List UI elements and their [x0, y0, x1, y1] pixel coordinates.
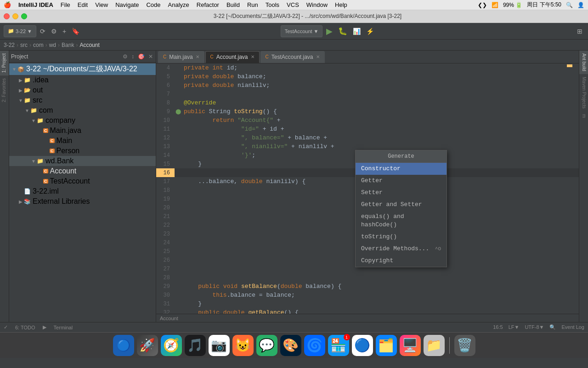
dock-files[interactable]: 📁 — [424, 335, 445, 356]
minimize-button[interactable] — [12, 13, 18, 19]
profile-button[interactable]: ⚡ — [364, 27, 376, 36]
tree-extlibs[interactable]: ▶ 📚 External Libraries — [9, 196, 156, 207]
code-line-4: 4 private int id; — [156, 63, 579, 72]
popup-item-override[interactable]: Override Methods... ^O — [356, 243, 447, 255]
project-tool-button[interactable]: 1: Project — [0, 51, 9, 75]
code-editor[interactable]: 4 private int id; 5 private double balan… — [156, 63, 579, 314]
menu-window[interactable]: Window — [306, 1, 328, 8]
dock-music[interactable]: 🎵 — [185, 335, 206, 356]
layout-icon[interactable]: ⊞ — [575, 27, 584, 36]
sync-icon[interactable]: ⟳ — [38, 27, 47, 36]
search-icon[interactable]: 🔍 — [566, 2, 573, 8]
menu-file[interactable]: File — [61, 1, 70, 8]
dock-finder2[interactable]: 🗂️ — [376, 335, 397, 356]
tab-testaccount-close[interactable]: ✕ — [316, 54, 320, 59]
breadcrumb-item-bank[interactable]: Bank — [62, 42, 74, 48]
gear-icon[interactable]: ⚙ — [122, 52, 129, 61]
dock-trash[interactable]: 🗑️ — [454, 335, 475, 356]
menu-edit[interactable]: Edit — [78, 1, 88, 8]
tab-main[interactable]: C Main.java ✕ — [158, 51, 204, 63]
menu-intellij[interactable]: IntelliJ IDEA — [18, 1, 53, 8]
user-icon[interactable]: 👤 — [577, 2, 584, 8]
popup-item-constructor[interactable]: Constructor — [356, 163, 447, 175]
add-config-icon[interactable]: + — [61, 27, 68, 36]
breadcrumb-item-src[interactable]: src — [20, 42, 28, 48]
popup-item-getter-setter[interactable]: Getter and Setter — [356, 199, 447, 211]
menu-build[interactable]: Build — [226, 1, 240, 8]
close-button[interactable] — [4, 13, 10, 19]
favorites-tool-button[interactable]: 2: Favorites — [0, 75, 9, 105]
tree-account[interactable]: ▶ C Account — [9, 166, 156, 176]
file-encoding[interactable]: UTF-8▼ — [525, 324, 544, 330]
dock-chrome[interactable]: 🔵 — [352, 335, 373, 356]
menu-help[interactable]: Help — [335, 1, 347, 8]
dock-photoshop[interactable]: 🎨 — [280, 335, 301, 356]
menu-navigate[interactable]: Navigate — [115, 1, 139, 8]
tab-account-close[interactable]: ✕ — [251, 54, 254, 59]
breadcrumb-item-account[interactable]: Account — [79, 42, 99, 48]
popup-item-getter[interactable]: Getter — [356, 175, 447, 187]
breadcrumb-item-wd[interactable]: wd — [49, 42, 56, 48]
tree-iml[interactable]: ▶ 📄 3-22.iml — [9, 186, 156, 196]
menu-tools[interactable]: Tools — [266, 1, 279, 8]
menu-refactor[interactable]: Refactor — [197, 1, 219, 8]
menu-vcs[interactable]: VCS — [287, 1, 299, 8]
breadcrumb-sep2: › — [29, 42, 31, 48]
apple-menu[interactable]: 🍎 — [4, 1, 11, 8]
menu-analyze[interactable]: Analyze — [168, 1, 189, 8]
tab-testaccount[interactable]: C TestAccount.java ✕ — [260, 51, 325, 63]
run-button[interactable]: ▶ — [324, 25, 334, 37]
statusbar-right: 16:5 LF▼ UTF-8▼ 🔍 Event Log — [493, 324, 584, 330]
dock-photos[interactable]: 📷 — [209, 335, 230, 356]
breadcrumb-item-root[interactable]: 3-22 — [4, 42, 15, 48]
run-config-selector[interactable]: TestAccount ▼ — [281, 25, 323, 37]
settings-icon[interactable]: ⚙ — [49, 27, 59, 36]
popup-item-copyright[interactable]: Copyright — [356, 255, 447, 267]
tab-main-close[interactable]: ✕ — [196, 54, 199, 59]
debug-button[interactable]: 🐛 — [336, 26, 349, 36]
dock-app2[interactable]: 🌀 — [304, 335, 325, 356]
breadcrumb-item-com[interactable]: com — [33, 42, 44, 48]
tree-idea[interactable]: ▶ 📁 .idea — [9, 75, 156, 85]
close-panel-icon[interactable]: ✕ — [147, 52, 154, 61]
menu-view[interactable]: View — [95, 1, 108, 8]
menu-code[interactable]: Code — [146, 1, 160, 8]
dock-wechat[interactable]: 💬 — [256, 335, 277, 356]
nav-arrows[interactable]: ❮❯ — [478, 2, 487, 8]
dock-app1[interactable]: 😺 — [232, 335, 254, 356]
dock-appstore[interactable]: 🏪 1 — [328, 335, 349, 356]
tree-wdbank[interactable]: ▼ 📁 wd.Bank — [9, 156, 156, 166]
dock-launchpad[interactable]: 🚀 — [137, 335, 158, 356]
project-selector[interactable]: 📁 3-22 ▼ — [4, 25, 36, 37]
event-log[interactable]: Event Log — [561, 324, 584, 330]
line-ending[interactable]: LF▼ — [509, 324, 520, 330]
popup-getter-setter-label: Getter and Setter — [361, 201, 422, 209]
tree-src[interactable]: ▼ 📁 src — [9, 95, 156, 105]
tree-out[interactable]: ▶ 📂 out — [9, 85, 156, 95]
dock-intellij[interactable]: 🖥️ — [400, 335, 421, 356]
dock-finder[interactable]: 🔵 — [113, 335, 134, 356]
statusbar-terminal[interactable]: Terminal — [54, 325, 73, 330]
menu-run[interactable]: Run — [247, 1, 258, 8]
bookmark-icon[interactable]: 🔖 — [70, 27, 81, 36]
locate-icon[interactable]: 🎯 — [137, 52, 146, 61]
popup-item-setter[interactable]: Setter — [356, 187, 447, 199]
tree-mainjava[interactable]: ▶ C Main.java — [9, 126, 156, 136]
coverage-button[interactable]: 📊 — [351, 27, 362, 36]
fullscreen-button[interactable] — [21, 13, 27, 19]
tree-com[interactable]: ▼ 📁 com — [9, 105, 156, 115]
tree-testaccount[interactable]: ▶ C TestAccount — [9, 176, 156, 186]
tree-main-class[interactable]: ▶ C Main — [9, 136, 156, 146]
expand-icon[interactable]: ↕ — [130, 52, 135, 61]
tree-root[interactable]: ▼ 📦 3-22 ~/Documents/二级JAVA/3-22 — [9, 63, 156, 75]
tree-person-class[interactable]: ▶ C Person — [9, 146, 156, 156]
maven-projects-button[interactable]: Maven Projects — [579, 74, 588, 111]
m-button[interactable]: m — [579, 111, 588, 121]
dock-safari[interactable]: 🧭 — [161, 335, 182, 356]
popup-item-equals-hashcode[interactable]: equals() and hashCode() — [356, 211, 447, 231]
tree-company[interactable]: ▼ 📁 company — [9, 115, 156, 126]
statusbar-todo[interactable]: 6: TODO — [15, 325, 35, 330]
popup-item-tostring[interactable]: toString() — [356, 231, 447, 243]
tab-account[interactable]: C Account.java ✕ — [205, 51, 260, 63]
ant-build-button[interactable]: Ant build — [579, 51, 588, 74]
